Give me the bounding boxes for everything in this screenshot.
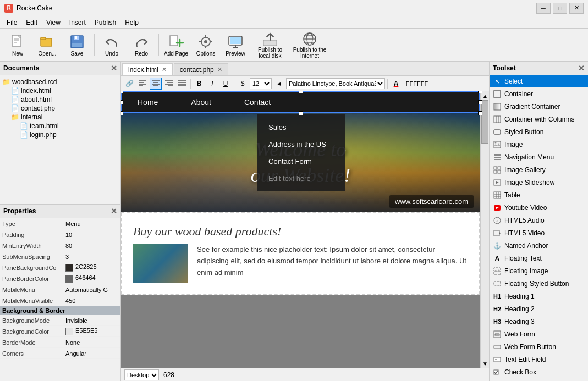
tool-image-slideshow[interactable]: Image Slideshow [490, 176, 588, 189]
align-right-button[interactable] [163, 78, 175, 90]
menu-file[interactable]: File [2, 18, 21, 27]
align-justify-button[interactable] [176, 78, 188, 90]
view-mode-select[interactable]: Desktop Mobile [124, 369, 159, 380]
tool-navigation-menu[interactable]: Navigation Menu [490, 151, 588, 164]
dropdown-address[interactable]: Address in the US [257, 136, 345, 153]
bold-button[interactable]: B [193, 78, 205, 90]
prop-row-padding[interactable]: Padding 10 [0, 229, 120, 240]
handle-mr[interactable] [478, 100, 482, 104]
handle-br[interactable] [478, 111, 482, 115]
prop-row-bgcolor[interactable]: BackgroundColor E5E5E5 [0, 326, 120, 337]
menu-help[interactable]: Help [120, 18, 143, 27]
publish-internet-button[interactable]: Publish to the Internet [290, 31, 329, 59]
tool-heading-1[interactable]: H1 Heading 1 [490, 290, 588, 303]
maximize-button[interactable]: □ [553, 3, 567, 14]
tree-item-team[interactable]: 📄 team.html [2, 122, 118, 130]
documents-close[interactable]: ✕ [111, 64, 117, 73]
scroll-down-button[interactable]: ▼ [481, 359, 489, 368]
minimize-button[interactable]: ─ [536, 3, 551, 14]
nav-about[interactable]: About [174, 91, 228, 113]
preview-button[interactable]: Preview [221, 31, 250, 59]
scroll-track[interactable] [481, 100, 489, 359]
canvas-area[interactable]: ✛ Home About Co [121, 91, 489, 368]
properties-close[interactable]: ✕ [111, 207, 117, 216]
tool-select[interactable]: ↖ Select [490, 75, 588, 88]
tool-heading-3[interactable]: H3 Heading 3 [490, 316, 588, 328]
font-color-button[interactable]: A [390, 78, 402, 90]
handle-bl[interactable] [121, 111, 123, 115]
tab-contact-close[interactable]: ✕ [217, 66, 222, 73]
tool-web-form-button[interactable]: Web Form Button [490, 341, 588, 354]
align-left-button[interactable] [136, 78, 149, 90]
tool-floating-image[interactable]: Floating Image [490, 265, 588, 278]
tree-item-about[interactable]: 📄 about.html [2, 95, 118, 104]
toolset-close[interactable]: ✕ [578, 64, 585, 73]
tab-contact[interactable]: contact.php ✕ [174, 63, 228, 75]
tree-item-login[interactable]: 📄 login.php [2, 130, 118, 139]
prop-row-bordermode[interactable]: BorderMode None [0, 337, 120, 348]
tree-item-contact[interactable]: 📄 contact.php [2, 104, 118, 113]
tool-check-box[interactable]: Check Box [490, 366, 588, 379]
tool-floating-styled-button[interactable]: Floating Styled Button [490, 278, 588, 290]
handle-tc[interactable] [299, 91, 303, 93]
nav-home[interactable]: Home [121, 91, 174, 113]
prop-row-panebg[interactable]: PaneBackgroundCo 2C2825 [0, 262, 120, 273]
undo-button[interactable]: Undo [97, 31, 126, 59]
handle-bc[interactable] [299, 111, 303, 115]
tool-radio-button[interactable]: Radio Button [490, 379, 588, 381]
menu-insert[interactable]: Insert [65, 18, 90, 27]
prop-row-mobilevisible[interactable]: MobileMenuVisible 450 [0, 295, 120, 306]
italic-button[interactable]: I [206, 78, 218, 90]
font-family-select[interactable]: Palatino Linotype, Book Antiqua3, Pal [286, 78, 385, 89]
tool-youtube-video[interactable]: Youtube Video [490, 202, 588, 214]
dropdown-edit-text[interactable]: Edit text here [257, 170, 345, 187]
add-page-button[interactable]: Add Page [162, 31, 190, 59]
tool-html5-video[interactable]: HTML5 Video [490, 227, 588, 240]
prop-row-mobilemenu[interactable]: MobileMenu Automatically G [0, 284, 120, 295]
tab-index-close[interactable]: ✕ [162, 66, 167, 73]
tree-item-index[interactable]: 📄 index.html [2, 86, 118, 95]
canvas-scrollbar[interactable]: ▲ ▼ [480, 91, 489, 368]
tool-image[interactable]: Image [490, 139, 588, 151]
dropdown-sales[interactable]: Sales [257, 119, 345, 136]
tool-floating-text[interactable]: A Floating Text [490, 252, 588, 265]
prop-row-paneborder[interactable]: PaneBorderColor 646464 [0, 273, 120, 284]
open-button[interactable]: Open... [33, 31, 62, 59]
scroll-thumb[interactable] [481, 100, 488, 144]
font-size-select[interactable]: 12 14 16 18 24 [250, 78, 272, 89]
menu-view[interactable]: View [42, 18, 65, 27]
menu-edit[interactable]: Edit [21, 18, 42, 27]
tool-gradient-container[interactable]: Gradient Container [490, 101, 588, 113]
handle-tr[interactable] [478, 91, 482, 93]
prop-row-corners[interactable]: Corners Angular [0, 348, 120, 359]
options-button[interactable]: Options [191, 31, 220, 59]
tool-heading-2[interactable]: H2 Heading 2 [490, 303, 588, 316]
tool-styled-button[interactable]: Styled Button [490, 126, 588, 139]
tree-item-internal[interactable]: 📁 internal [2, 113, 118, 122]
tool-container-columns[interactable]: Container with Columns [490, 113, 588, 126]
prop-row-minentry[interactable]: MinEntryWidth 80 [0, 240, 120, 251]
tool-table[interactable]: Table [490, 189, 588, 202]
tool-text-edit-field[interactable]: Text Edit Field [490, 354, 588, 366]
redo-button[interactable]: Redo [127, 31, 156, 59]
tab-index[interactable]: index.html ✕ [122, 63, 173, 75]
dropdown-contact-form[interactable]: Contact Form [257, 153, 345, 170]
publish-local-button[interactable]: Publish to local disk [251, 31, 289, 59]
close-button[interactable]: ✕ [569, 3, 584, 14]
size-down-button[interactable]: ◂ [273, 78, 285, 90]
tool-image-gallery[interactable]: Image Gallery [490, 164, 588, 176]
insert-link-button[interactable]: 🔗 [123, 78, 135, 90]
handle-tl[interactable] [121, 91, 123, 93]
prop-row-submenu[interactable]: SubMenuSpacing 3 [0, 251, 120, 262]
color-value-display[interactable]: FFFFFF [403, 78, 431, 90]
nav-contact[interactable]: Contact Sales Address in the US Contact … [228, 91, 287, 113]
handle-ml[interactable] [121, 100, 123, 104]
tool-web-form[interactable]: Web Form [490, 328, 588, 341]
tool-container[interactable]: Container [490, 88, 588, 101]
dollar-button[interactable]: $ [237, 78, 249, 90]
save-button[interactable]: Save [63, 31, 91, 59]
menu-publish[interactable]: Publish [90, 18, 120, 27]
prop-row-bgmode[interactable]: BackgroundMode Invisible [0, 315, 120, 326]
tree-item-root[interactable]: 📁 woodbased.rcd [2, 78, 118, 86]
underline-button[interactable]: U [219, 78, 232, 90]
